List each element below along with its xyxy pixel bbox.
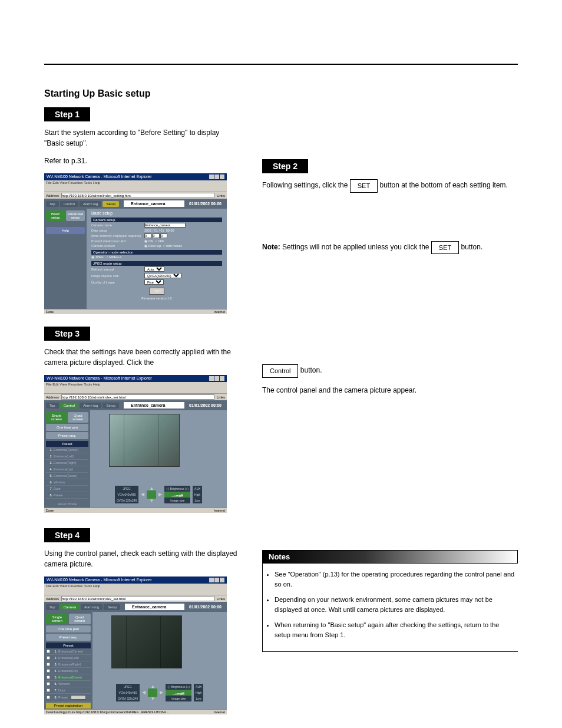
- ss2-bright-slider[interactable]: ▁▂▃▄▅: [164, 492, 190, 498]
- step1-text-1: Start the system according to "Before Se…: [44, 127, 239, 149]
- ss2-dpad-down-icon[interactable]: ▼: [149, 498, 154, 503]
- ss2-control-panel: JPEG VGA 640x480 QVGA 320x240 ▲ ▼ ◀ ▶: [91, 485, 226, 505]
- ss1-campos-desk[interactable]: Desk top: [148, 244, 161, 248]
- ss2-ctrl-qvga[interactable]: QVGA 320x240: [115, 498, 139, 503]
- ss1-capsize-sel[interactable]: QVGA(320x240): [144, 273, 181, 278]
- ss2-tab-setup[interactable]: Setup: [103, 403, 119, 409]
- ss2-dpad-right-icon[interactable]: ▶: [158, 492, 162, 497]
- ss2-return-home[interactable]: Return Home: [46, 502, 88, 506]
- ss3-ctrl-imgsize[interactable]: Image size: [166, 696, 191, 701]
- ss1-set-button[interactable]: SET: [149, 288, 164, 295]
- ss2-dpad[interactable]: ▲ ▼ ◀ ▶: [141, 487, 162, 502]
- ss3-tab-setup[interactable]: Setup: [104, 604, 120, 610]
- ss3-ctrl-high[interactable]: High: [194, 690, 203, 696]
- ss3-preset-3[interactable]: 3.Entrance(Right): [46, 661, 91, 668]
- ss3-side-presetseq[interactable]: Preset seq.: [46, 634, 91, 641]
- ss2-tab-control[interactable]: Control: [60, 403, 78, 409]
- ss1-camname-input[interactable]: [144, 223, 186, 228]
- ss1-refresh-sel[interactable]: Auto: [144, 266, 164, 272]
- ss2-ctrl-low[interactable]: Low: [193, 498, 202, 503]
- ss1-side-advanced[interactable]: Advanced setup: [66, 210, 85, 221]
- ss2-preset-4[interactable]: 4.Entrance(Up): [46, 466, 88, 473]
- ss2-dpad-center[interactable]: [147, 490, 156, 499]
- ss3-preset-registration[interactable]: Preset registration: [46, 703, 91, 709]
- ss3-tab-camera[interactable]: Camera: [60, 604, 80, 610]
- ss3-tab-alarmlog[interactable]: Alarm log: [81, 604, 103, 610]
- ss2-preset-2[interactable]: 2.Entrance(Left): [46, 453, 88, 460]
- ss3-dpad-right-icon[interactable]: ▶: [160, 690, 163, 695]
- ss3-datetime: 01/01/2002 00:00: [186, 604, 225, 610]
- ss2-tab-alarmlog[interactable]: Alarm log: [80, 403, 101, 409]
- ss1-opmode-jpeg[interactable]: JPEG: [95, 255, 104, 259]
- ss2-sidebar: Single screen Quad screen One time pan P…: [44, 410, 90, 508]
- ss3-dpad-down-icon[interactable]: ▼: [150, 696, 155, 701]
- ss3-side-onetime[interactable]: One time pan: [46, 625, 91, 633]
- ss3-preset-6[interactable]: 6.Window: [46, 681, 91, 687]
- ss3-ctrl-low[interactable]: Low: [194, 696, 203, 701]
- ss1-tab-setup[interactable]: Setup: [103, 201, 119, 207]
- ss2-preset-7[interactable]: 7.Door: [46, 486, 88, 492]
- ss1-date-hh: 00: [166, 229, 170, 232]
- ss3-dpad-left-icon[interactable]: ◀: [142, 690, 146, 695]
- ss3-preset-2[interactable]: 2.Entrance(Left): [46, 655, 91, 661]
- ss1-tab-top[interactable]: Top: [46, 201, 59, 207]
- ss3-preset-1[interactable]: 1.Entrance(Center): [46, 648, 91, 655]
- ss3-dpad-center[interactable]: [148, 689, 157, 697]
- ss1-sect-opmode: Operation mode selection: [91, 250, 222, 255]
- notes-header: Notes: [262, 550, 518, 564]
- ss3-preset-set[interactable]: SET: [71, 695, 86, 700]
- ss1-off-h[interactable]: [144, 233, 151, 238]
- ss3-tab-top[interactable]: Top: [46, 604, 59, 610]
- ss1-campos-wall[interactable]: Wall mount: [166, 244, 181, 248]
- ss3-preset-5[interactable]: 5.Entrance(Down): [46, 674, 91, 681]
- ss2-tab-top[interactable]: Top: [46, 403, 59, 409]
- ss1-quality-sel[interactable]: Fine: [144, 279, 164, 285]
- ss3-ctrl-vga[interactable]: VGA 640x480: [116, 690, 140, 696]
- ss2-ctrl-imgsize[interactable]: Image size: [164, 498, 190, 503]
- ss3-dpad[interactable]: ▲ ▼ ◀ ▶: [142, 685, 163, 700]
- ss2-preset-3[interactable]: 3.Entrance(Right): [46, 460, 88, 466]
- ss2-preset-8[interactable]: 8.Preset: [46, 492, 88, 499]
- ss2-side-presetseq[interactable]: Preset seq.: [46, 432, 88, 439]
- notes-block: Notes See "Operation" (p.13) for the ope…: [262, 550, 518, 653]
- ss2-side-onetime[interactable]: One time pan: [46, 424, 88, 431]
- ss1-opmode-mpeg[interactable]: MPEG-4: [109, 255, 121, 259]
- ss3-main-panel: JPEG VGA 640x480 QVGA 320x240 ▲ ▼ ◀ ▶: [92, 612, 227, 709]
- ss2-preset-5[interactable]: 5.Entrance(Down): [46, 473, 88, 479]
- ss3-header-strip: Top Camera Alarm log Setup Entrance_came…: [44, 602, 227, 612]
- ss3-side-single[interactable]: Single screen: [46, 614, 68, 624]
- ss3-ctrl-bright[interactable]: (-) Brightness (+): [166, 684, 191, 690]
- step3-control-button: Control: [262, 364, 298, 378]
- ss2-preset-6[interactable]: 6.Window: [46, 479, 88, 486]
- ss2-side-single[interactable]: Single screen: [46, 412, 67, 423]
- ss1-off-m[interactable]: [153, 233, 160, 238]
- ss3-ctrl-qvga[interactable]: QVGA 320x240: [116, 696, 140, 701]
- ss1-offset-lbl: (time currently displayed: required): [91, 234, 144, 238]
- ss1-side-help[interactable]: Help: [46, 227, 85, 234]
- ss1-tab-control[interactable]: Control: [60, 201, 78, 207]
- ss3-preset-4[interactable]: 4.Entrance(Up): [46, 668, 91, 674]
- ss3-bright-slider[interactable]: ▁▂▃▄▅: [166, 690, 191, 696]
- ss3-addr-input[interactable]: [61, 596, 214, 601]
- ss2-addressbar: Address Links: [44, 394, 227, 400]
- ss1-main-title: Basic setup: [91, 211, 222, 215]
- ss2-side-quad[interactable]: Quad screen: [68, 412, 89, 423]
- ss3-preset-8[interactable]: 8.Preset SET: [46, 694, 91, 701]
- step4-label: Step 4: [44, 528, 90, 542]
- ss2-addr-input[interactable]: [61, 394, 214, 400]
- ss2-ctrl-bright[interactable]: (-) Brightness (+): [164, 486, 190, 492]
- ss2-dpad-left-icon[interactable]: ◀: [141, 492, 144, 497]
- step2-text: Following settings, click the SET button…: [262, 179, 518, 193]
- ss1-addr-input[interactable]: [61, 193, 214, 198]
- ss2-ctrl-vga[interactable]: VGA 640x480: [115, 492, 139, 498]
- ss1-led-on[interactable]: ON: [148, 239, 153, 243]
- ss3-side-quad[interactable]: Quad screen: [69, 614, 91, 624]
- ss1-camera-name: Entrance_camera: [124, 200, 184, 207]
- ss1-led-off[interactable]: OFF: [158, 239, 164, 243]
- ss1-side-basic[interactable]: Basic setup: [46, 210, 65, 221]
- ss2-preset-1[interactable]: 1.Entrance(Center): [46, 447, 88, 453]
- ss3-preset-7[interactable]: 7.Door: [46, 687, 91, 694]
- ss2-ctrl-high[interactable]: High: [193, 492, 202, 498]
- ss1-tab-alarmlog[interactable]: Alarm log: [80, 201, 101, 207]
- ss1-off-s[interactable]: [160, 233, 167, 238]
